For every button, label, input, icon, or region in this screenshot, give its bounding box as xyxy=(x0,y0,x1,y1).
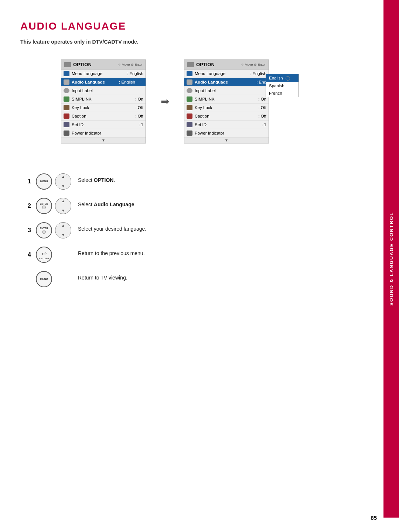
main-content: AUDIO LANGUAGE This feature operates onl… xyxy=(20,0,377,287)
menu-row: Caption : Off xyxy=(184,112,269,121)
menu-row: Key Lock : Off xyxy=(184,104,269,112)
menu-header-right: OPTION ⊹ Move ⊕ Enter xyxy=(184,60,269,70)
menu-nav-hint-left: ⊹ Move ⊕ Enter xyxy=(118,63,143,67)
row-icon xyxy=(187,71,192,76)
steps-section: 1 MENU ▲ ▼ Select OPTION. 2 ENTER xyxy=(20,173,377,287)
row-icon xyxy=(187,88,192,93)
screenshots-row: OPTION ⊹ Move ⊕ Enter Menu Language : En… xyxy=(20,60,377,143)
menu-header-left: OPTION ⊹ Move ⊕ Enter xyxy=(61,60,146,70)
divider xyxy=(20,162,377,162)
menu-row: Power Indicator xyxy=(61,129,146,138)
step-2: 2 ENTER ▲ ▼ Select Audio Language. xyxy=(28,198,377,214)
step-text-2: Select Audio Language. xyxy=(78,198,136,209)
radio-english xyxy=(286,76,290,81)
step-number: 3 xyxy=(28,227,33,234)
enter-dot xyxy=(42,206,46,209)
arrow-button-2: ▲ ▼ xyxy=(55,198,71,214)
menu-row: Power Indicator xyxy=(184,129,269,138)
menu-button: MENU xyxy=(36,173,52,190)
step-number: 2 xyxy=(28,203,33,209)
row-icon xyxy=(64,96,69,102)
menu-row: SIMPLINK : On xyxy=(184,95,269,104)
page-title: AUDIO LANGUAGE xyxy=(20,20,377,32)
menu-button-2: MENU xyxy=(36,271,52,287)
menu-row-audio-right: Audio Language : Eng xyxy=(184,78,269,87)
return-button: ↩ RETURN xyxy=(36,247,52,263)
row-icon xyxy=(187,105,192,110)
menu-row: Menu Language : English xyxy=(184,70,269,78)
nav-hint-text: ⊹ Move ⊕ Enter xyxy=(118,63,143,67)
menu-footer-left: ▼ xyxy=(61,138,146,143)
radio-btn xyxy=(139,80,143,84)
step-1: 1 MENU ▲ ▼ Select OPTION. xyxy=(28,173,377,190)
menu-row: Input Label xyxy=(61,87,146,95)
sidebar-label: Sound & Language Control xyxy=(389,212,394,306)
row-icon xyxy=(187,131,192,136)
menu-icon-right xyxy=(187,62,194,67)
arrow-button-1: ▲ ▼ xyxy=(55,173,71,190)
step-text-4: Return to the previous menu. xyxy=(78,247,145,257)
menu-row: Menu Language : English xyxy=(61,70,146,78)
row-icon xyxy=(64,105,69,110)
step-text-3: Select your desired language. xyxy=(78,222,146,233)
menu-panel-left: OPTION ⊹ Move ⊕ Enter Menu Language : En… xyxy=(61,60,146,143)
subtitle: This feature operates only in DTV/CADTV … xyxy=(20,39,377,45)
dropdown-item-spanish: Spanish xyxy=(266,82,299,89)
arrow-next: ➡ xyxy=(161,95,169,108)
arrow-button-3: ▲ ▼ xyxy=(55,222,71,238)
step-4: 4 ↩ RETURN Return to the previous menu. xyxy=(28,247,377,263)
step-number: 1 xyxy=(28,178,33,185)
menu-nav-hint-right: ⊹ Move ⊕ Enter xyxy=(241,63,266,67)
dropdown-item-french: French xyxy=(266,89,299,97)
menu-row: Set ID : 1 xyxy=(61,121,146,129)
sidebar: Sound & Language Control xyxy=(383,0,399,518)
row-icon xyxy=(64,71,69,76)
menu-rows-right: Menu Language : English Audio Language :… xyxy=(184,70,269,138)
menu-row: Caption : Off xyxy=(61,112,146,121)
row-icon xyxy=(64,79,69,85)
row-icon xyxy=(187,79,192,85)
menu-row: Set ID : 1 xyxy=(184,121,269,129)
row-icon xyxy=(64,88,69,93)
row-icon xyxy=(187,122,192,127)
step-number: 4 xyxy=(28,251,33,258)
step-5: MENU Return to TV viewing. xyxy=(28,271,377,287)
enter-button-3: ENTER xyxy=(36,222,52,238)
page-number: 85 xyxy=(371,515,377,521)
menu-row: Key Lock : Off xyxy=(61,104,146,112)
dropdown-item-english: English xyxy=(266,74,299,82)
menu-footer-right: ▼ xyxy=(184,138,269,143)
step-text-5: Return to TV viewing. xyxy=(78,271,127,282)
enter-button-2: ENTER xyxy=(36,198,52,214)
menu-title-right: OPTION xyxy=(196,62,215,67)
step-text-1: Select OPTION. xyxy=(78,173,115,184)
row-icon xyxy=(64,122,69,127)
menu-row: SIMPLINK : On xyxy=(61,95,146,104)
language-dropdown: English Spanish French xyxy=(266,74,299,97)
menu-title-left: OPTION xyxy=(73,62,92,67)
menu-rows-left: Menu Language : English Audio Language :… xyxy=(61,70,146,138)
enter-dot-3 xyxy=(42,230,46,234)
nav-hint-text-r: ⊹ Move ⊕ Enter xyxy=(241,63,266,67)
row-icon xyxy=(64,113,69,119)
menu-icon-left xyxy=(64,62,71,67)
step-3: 3 ENTER ▲ ▼ Select your desired language… xyxy=(28,222,377,238)
row-icon xyxy=(187,96,192,102)
menu-row-audio: Audio Language : English xyxy=(61,78,146,87)
menu-row: Input Label xyxy=(184,87,269,95)
row-icon xyxy=(64,131,69,136)
row-icon xyxy=(187,113,192,119)
menu-panel-right: OPTION ⊹ Move ⊕ Enter Menu Language : En… xyxy=(184,60,269,143)
